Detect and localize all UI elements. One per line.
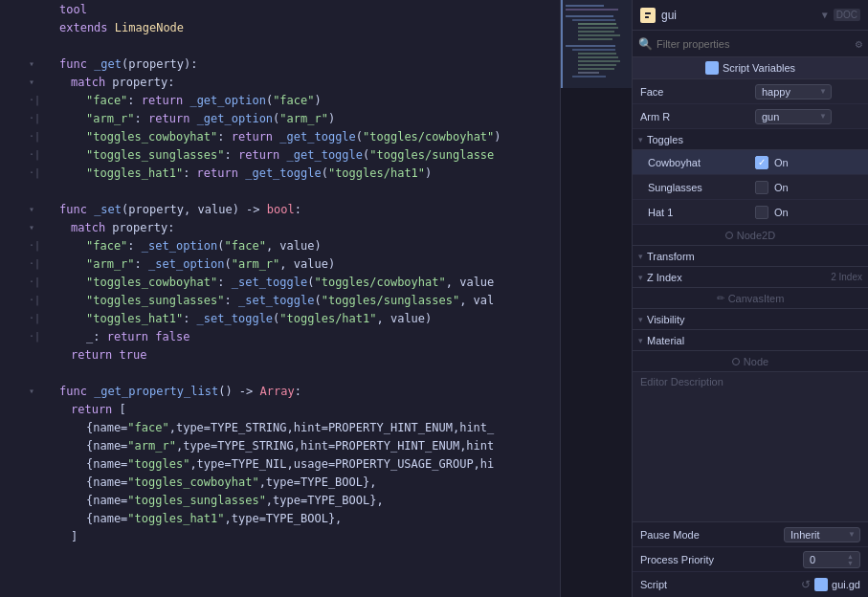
cowboyhat-label: Cowboyhat (648, 157, 755, 168)
node-label: Node (744, 356, 768, 367)
transform-section-header[interactable]: ▾ Transform (633, 246, 868, 267)
svg-rect-19 (561, 0, 632, 88)
toggles-label: Toggles (647, 134, 683, 145)
code-line (0, 36, 632, 55)
node-name-label: gui (661, 9, 816, 22)
z-index-section-header[interactable]: ▾ Z Index 2 Index (633, 267, 868, 288)
code-line: ▾ match property: (0, 73, 632, 91)
pause-mode-dropdown[interactable]: Inherit ▼ (784, 527, 860, 542)
gui-node-icon (640, 8, 656, 23)
script-label: Script (640, 579, 801, 590)
spinner-arrows[interactable]: ▲ ▼ (847, 553, 854, 566)
filter-settings-icon[interactable]: ⚙ (856, 37, 862, 51)
code-line: {name="toggles",type=TYPE_NIL,usage=PROP… (0, 454, 632, 473)
toggle-hat1-row: Hat 1 On (633, 200, 868, 225)
code-line: return true (0, 345, 632, 364)
code-line: ·| _: return false (0, 327, 632, 345)
arm-r-dropdown[interactable]: gun ▼ (755, 109, 832, 124)
code-line: tool (0, 0, 632, 18)
toggles-section-header[interactable]: ▾ Toggles (633, 129, 868, 150)
toggle-cowboyhat-row: Cowboyhat ✓ On (633, 150, 868, 175)
script-variables-header: Script Variables (633, 57, 868, 79)
script-node-icon (814, 578, 828, 591)
visibility-section-header[interactable]: ▾ Visibility (633, 309, 868, 330)
code-line (0, 364, 632, 382)
node2d-section: Node2D (633, 225, 868, 246)
code-line: {name="toggles_sunglasses",type=TYPE_BOO… (0, 491, 632, 509)
code-line: ▾ func _get(property): (0, 55, 632, 73)
code-line: ·| "toggles_sunglasses": _set_toggle("to… (0, 291, 632, 309)
property-arm-r: Arm R gun ▼ (633, 104, 868, 129)
svg-rect-23 (645, 16, 649, 18)
editor-description-label: Editor Description (640, 376, 723, 387)
pause-mode-row: Pause Mode Inherit ▼ (633, 522, 868, 547)
canvas-item-section: ✏ CanvasItem (633, 288, 868, 309)
search-icon: 🔍 (638, 37, 653, 51)
z-index-label: Z Index (647, 272, 682, 283)
material-section-header[interactable]: ▾ Material (633, 330, 868, 351)
cowboyhat-on-label: On (774, 157, 789, 168)
face-dropdown-arrow: ▼ (819, 87, 827, 96)
face-label: Face (640, 86, 755, 98)
process-priority-input[interactable]: 0 ▲ ▼ (803, 551, 860, 568)
code-line: ▾ func _get_property_list() -> Array: (0, 382, 632, 400)
code-line: ·| "toggles_cowboyhat": _set_toggle("tog… (0, 273, 632, 291)
property-face: Face happy ▼ (633, 79, 868, 104)
node2d-label: Node2D (737, 230, 775, 241)
script-filename[interactable]: gui.gd (832, 579, 860, 590)
svg-rect-0 (561, 0, 632, 597)
code-line: extends LimageNode (0, 18, 632, 36)
editor-description: Editor Description (633, 372, 868, 521)
code-line: ·| "arm_r": return _get_option("arm_r") (0, 109, 632, 127)
filter-input[interactable] (657, 38, 852, 50)
cowboyhat-checkbox[interactable]: ✓ (755, 156, 768, 169)
toggle-sunglasses-row: Sunglasses On (633, 175, 868, 200)
process-priority-row: Process Priority 0 ▲ ▼ (633, 547, 868, 572)
reload-icon[interactable]: ↺ (801, 578, 811, 591)
face-dropdown[interactable]: happy ▼ (755, 84, 832, 100)
code-line: ·| "toggles_hat1": return _get_toggle("t… (0, 164, 632, 182)
face-value-container: happy ▼ (755, 84, 860, 100)
inspector-header: gui ▼ DOC (633, 0, 868, 31)
minimap[interactable] (560, 0, 632, 597)
code-line: ▾ match property: (0, 218, 632, 236)
visibility-arrow-icon: ▾ (638, 315, 643, 324)
node2d-dot-icon (725, 232, 733, 239)
inspector-panel: gui ▼ DOC 🔍 ⚙ Script Variables Face happ… (632, 0, 868, 597)
spinner-down-arrow[interactable]: ▼ (847, 560, 854, 566)
hat1-checkbox[interactable] (755, 206, 768, 219)
transform-label: Transform (647, 251, 695, 262)
svg-rect-22 (645, 12, 651, 14)
hat1-value: On (755, 206, 860, 219)
pause-mode-arrow-icon: ▼ (848, 530, 856, 539)
canvas-item-label: CanvasItem (728, 293, 785, 304)
hat1-label: Hat 1 (648, 207, 755, 218)
script-row: Script ↺ gui.gd (633, 572, 868, 597)
code-line (0, 182, 632, 200)
script-value-area: ↺ gui.gd (801, 578, 860, 591)
code-line: {name="face",type=TYPE_STRING,hint=PROPE… (0, 418, 632, 436)
node-dropdown-arrow[interactable]: ▼ (822, 10, 828, 20)
code-scroll[interactable]: tool extends LimageNode ▾ func _get(prop… (0, 0, 632, 597)
svg-rect-21 (643, 11, 653, 20)
code-line: ·| "toggles_cowboyhat": return _get_togg… (0, 127, 632, 145)
material-arrow-icon: ▾ (638, 336, 643, 345)
sunglasses-on-label: On (774, 182, 789, 193)
arm-r-value-container: gun ▼ (755, 109, 860, 124)
process-priority-label: Process Priority (640, 554, 803, 565)
doc-label[interactable]: DOC (834, 9, 860, 21)
script-vars-icon (705, 61, 719, 75)
sunglasses-value: On (755, 181, 860, 194)
code-line: ·| "face": _set_option("face", value) (0, 236, 632, 254)
z-index-arrow-icon: ▾ (638, 273, 643, 282)
code-line: {name="toggles_cowboyhat",type=TYPE_BOOL… (0, 473, 632, 491)
code-line: ] (0, 527, 632, 545)
code-line: return [ (0, 400, 632, 418)
transform-arrow-icon: ▾ (638, 252, 643, 261)
filter-row: 🔍 ⚙ (633, 31, 868, 57)
sunglasses-checkbox[interactable] (755, 181, 768, 194)
spinner-up-arrow[interactable]: ▲ (847, 553, 854, 560)
node-section: Node (633, 351, 868, 372)
code-line: ·| "toggles_hat1": _set_toggle("toggles/… (0, 309, 632, 327)
code-line: ▾ func _set(property, value) -> bool: (0, 200, 632, 218)
